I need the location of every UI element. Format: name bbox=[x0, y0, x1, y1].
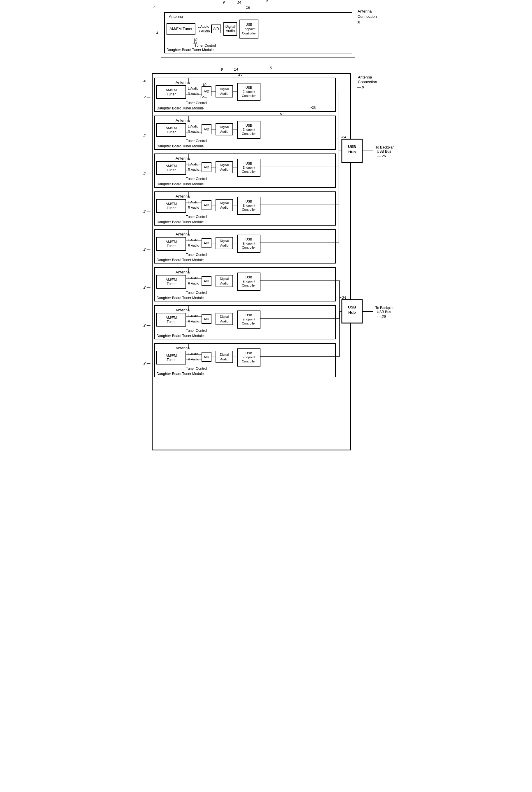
m1-digaudio: Digital bbox=[220, 87, 229, 91]
m4-tunerctrl: Tuner Control bbox=[186, 215, 207, 219]
m5-digaudio: Digital bbox=[220, 239, 229, 242]
ref-18: 18 bbox=[279, 112, 284, 116]
m6-antenna: Antenna bbox=[176, 270, 190, 274]
m2-laudio: L Audio bbox=[188, 125, 198, 128]
m6-ad: A/D bbox=[204, 279, 209, 283]
m8-ad: A/D bbox=[204, 355, 209, 358]
m2-amfm2: Tuner bbox=[167, 130, 176, 134]
m5-ep: Endpoint bbox=[242, 242, 255, 245]
m6-digaudio2: Audio bbox=[220, 282, 228, 285]
r-audio-label-1: R Audio bbox=[198, 29, 210, 33]
m6-laudio: L Audio bbox=[188, 276, 198, 280]
full-diagram-wrapper: 4 9 14 ~6 16 Antenna Connection — 8 Ante… bbox=[138, 63, 394, 459]
antenna-conn-label: Antenna bbox=[358, 75, 372, 79]
hub2-hub: Hub bbox=[348, 310, 356, 315]
m5-antenna: Antenna bbox=[176, 232, 190, 236]
m2-antenna: Antenna bbox=[176, 118, 190, 123]
m3-ctrl: Controller bbox=[242, 170, 256, 173]
module-box-1: Antenna AM/FM Tuner L Audio R Audio bbox=[164, 12, 352, 53]
ref-26-h2: — 26 bbox=[377, 314, 386, 319]
m2-ep: Endpoint bbox=[242, 128, 255, 131]
ref-6-svg: ~6 bbox=[267, 66, 272, 70]
m4-amfm2: Tuner bbox=[167, 206, 176, 210]
ref-2-m6: 2 — bbox=[143, 285, 151, 290]
ref-16: 16 bbox=[246, 5, 250, 10]
ref-26-h1: — 26 bbox=[377, 154, 386, 158]
tuner-ctrl-1: Tuner Control bbox=[194, 43, 350, 48]
m4-digaudio2: Audio bbox=[220, 206, 228, 209]
m5-dbrd: Daughter Board Tuner Module bbox=[157, 258, 204, 262]
m3-amfm2: Tuner bbox=[167, 168, 176, 172]
m4-raudio: R Audio bbox=[188, 206, 199, 209]
ref-10-m1: ~10 bbox=[201, 83, 207, 87]
m5-amfm: AM/FM bbox=[166, 240, 177, 244]
m8-raudio: R Audio bbox=[188, 357, 199, 361]
m7-usb: USB bbox=[246, 313, 252, 317]
right-col: AntennaConnection 8 bbox=[355, 9, 399, 25]
m6-digaudio: Digital bbox=[220, 277, 229, 280]
m6-raudio: R Audio bbox=[188, 282, 199, 285]
m2-amfm: AM/FM bbox=[166, 126, 177, 130]
m7-laudio: L Audio bbox=[188, 314, 198, 318]
ref-24-h1: ~24 bbox=[340, 135, 346, 139]
m5-usb: USB bbox=[246, 238, 252, 241]
hub1-usb: USB bbox=[348, 145, 356, 149]
ref-8-right: 8 bbox=[358, 20, 360, 25]
m5-ad: A/D bbox=[204, 241, 209, 245]
ad-box-1: A/D bbox=[211, 24, 221, 33]
ref-2-m1: 2 — bbox=[143, 95, 151, 99]
m3-antenna: Antenna bbox=[176, 156, 190, 161]
ref-9-svg: 9 bbox=[221, 67, 223, 72]
m1-digaudio2: Audio bbox=[220, 92, 228, 95]
ref-12-m1: 12— bbox=[200, 95, 207, 99]
m7-ctrl: Controller bbox=[242, 321, 256, 325]
ref-14: 14 bbox=[237, 0, 241, 4]
m3-laudio: L Audio bbox=[188, 163, 198, 166]
antenna-connection-label: AntennaConnection bbox=[358, 9, 377, 19]
m2-ad: A/D bbox=[204, 128, 209, 131]
m4-antenna: Antenna bbox=[176, 194, 190, 199]
m8-tunerctrl: Tuner Control bbox=[186, 367, 207, 371]
m1-ad: A/D bbox=[204, 90, 209, 93]
audio-section-1: L Audio R Audio bbox=[198, 24, 210, 33]
usb-bus-label-2: USB Bus bbox=[377, 310, 391, 314]
m8-digaudio: Digital bbox=[220, 353, 229, 356]
m8-usb: USB bbox=[246, 351, 252, 355]
digital-audio-box-1: Digital Audio bbox=[223, 22, 237, 36]
m6-ep: Endpoint bbox=[242, 280, 255, 283]
ref-2-m4: 2 — bbox=[143, 209, 151, 214]
m8-dbrd: Daughter Board Tuner Module bbox=[157, 372, 204, 376]
ref-12: 12 bbox=[193, 40, 197, 44]
m7-antenna: Antenna bbox=[176, 308, 190, 312]
main-svg: 4 9 14 ~6 16 Antenna Connection — 8 Ante… bbox=[138, 63, 394, 459]
ref-2-m5: 2 — bbox=[143, 247, 151, 252]
m5-amfm2: Tuner bbox=[167, 244, 176, 248]
m2-dbrd: Daughter Board Tuner Module bbox=[157, 144, 204, 148]
m3-digaudio: Digital bbox=[220, 163, 229, 167]
m3-amfm: AM/FM bbox=[166, 164, 177, 168]
ref-9: 9 bbox=[223, 0, 225, 4]
m6-tunerctrl: Tuner Control bbox=[186, 291, 207, 295]
m2-raudio: R Audio bbox=[188, 130, 199, 133]
usb-ep-label-1: USB Endpoint Controller bbox=[242, 23, 256, 35]
m3-ep: Endpoint bbox=[242, 166, 255, 169]
m4-dbrd: Daughter Board Tuner Module bbox=[157, 220, 204, 224]
m2-digaudio: Digital bbox=[220, 125, 229, 129]
m7-digaudio2: Audio bbox=[220, 319, 228, 323]
m1-amfm2: Tuner bbox=[167, 92, 176, 96]
l-audio-row-1: L Audio bbox=[198, 24, 210, 29]
m5-laudio: L Audio bbox=[188, 238, 198, 242]
m6-ctrl: Controller bbox=[242, 284, 256, 287]
modules-container: 4 Antenna AM/FM Tuner L Audio bbox=[164, 12, 352, 53]
backplane-label-1: To Backplane bbox=[375, 145, 394, 149]
m1-antenna: Antenna bbox=[176, 80, 190, 85]
m7-dbrd: Daughter Board Tuner Module bbox=[157, 334, 204, 338]
m3-ad: A/D bbox=[204, 165, 209, 169]
r-audio-row-1: R Audio bbox=[198, 29, 210, 33]
m4-usb: USB bbox=[246, 200, 252, 203]
m1-usb: USB bbox=[246, 86, 252, 89]
ref-24-h2: ~24 bbox=[340, 295, 346, 300]
page-container: 4 9 14 6 16 4 Antenna bbox=[133, 6, 399, 465]
l-audio-label-1: L Audio bbox=[198, 24, 209, 29]
m4-ad: A/D bbox=[204, 203, 209, 207]
